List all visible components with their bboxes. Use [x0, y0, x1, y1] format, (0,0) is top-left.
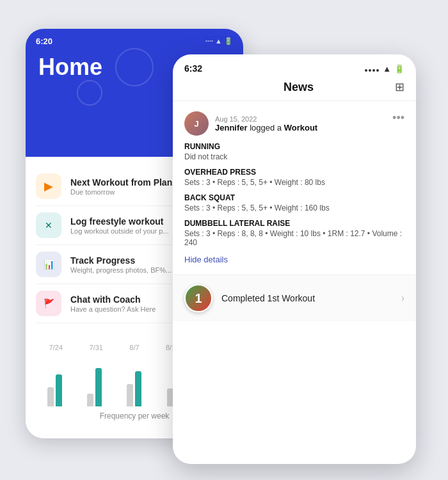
- chart-label-2: 8/7: [129, 344, 139, 351]
- bar-group-0: [47, 374, 62, 406]
- news-screen: 6:32 ▲ 🔋 News ⊞ J Aug 15, 2022: [173, 54, 416, 464]
- bar-group-1: [87, 368, 102, 406]
- exercise-name-overhead-press: OVERHEAD PRESS: [184, 168, 404, 177]
- chat-coach-icon: 🚩: [36, 291, 61, 316]
- news-post-username: Jennifer: [215, 123, 248, 132]
- deco-circle-2: [77, 80, 102, 106]
- achievement-item[interactable]: 1 Completed 1st Workout ›: [173, 275, 416, 321]
- filter-icon[interactable]: ⊞: [395, 80, 404, 94]
- bar-green-2: [135, 371, 141, 406]
- exercise-name-back-squat: BACK SQUAT: [184, 193, 404, 202]
- chevron-right-icon: ›: [401, 292, 404, 304]
- next-workout-icon: ▶: [36, 173, 61, 199]
- news-user-details: Aug 15, 2022 Jennifer logged a Workout: [215, 115, 317, 132]
- bar-gray-0: [47, 387, 54, 406]
- exercise-name-dumbbell-lateral-raise: DUMBBELL LATERAL RAISE: [184, 219, 404, 228]
- exercise-detail-running: Did not track: [184, 152, 404, 161]
- news-post-date: Aug 15, 2022: [215, 115, 317, 123]
- bar-green-0: [56, 374, 62, 406]
- exercise-name-running: RUNNING: [184, 142, 404, 151]
- bar-group-2: [127, 371, 141, 406]
- news-time: 6:32: [184, 63, 202, 74]
- exercise-detail-overhead-press: Sets : 3 • Reps : 5, 5, 5+ • Weight : 80…: [184, 178, 404, 187]
- deco-circle-1: [115, 48, 154, 86]
- news-post-header: J Aug 15, 2022 Jennifer logged a Workout…: [184, 111, 404, 136]
- achievement-text: Completed 1st Workout: [221, 293, 392, 303]
- news-title: News: [202, 81, 395, 94]
- news-status-bar: 6:32 ▲ 🔋: [173, 54, 416, 74]
- home-status-bar: 6:20 ···· ▲ 🔋: [26, 29, 243, 46]
- battery-icon: 🔋: [394, 64, 404, 74]
- news-post-action: Jennifer logged a Workout: [215, 123, 317, 132]
- bar-gray-2: [127, 384, 133, 406]
- home-time: 6:20: [36, 36, 52, 46]
- status-right-icons: ▲ 🔋: [364, 64, 404, 74]
- news-header: News ⊞: [173, 74, 416, 101]
- track-progress-icon: 📊: [36, 252, 61, 277]
- news-user-avatar: J: [184, 111, 209, 136]
- news-post-item: J Aug 15, 2022 Jennifer logged a Workout…: [173, 101, 416, 275]
- signal-dots-icon: [364, 64, 380, 74]
- exercise-detail-back-squat: Sets : 3 • Reps : 5, 5, 5+ • Weight : 16…: [184, 204, 404, 212]
- wifi-icon: ▲: [383, 64, 391, 74]
- chart-label-1: 7/31: [90, 344, 103, 351]
- news-user-info: J Aug 15, 2022 Jennifer logged a Workout: [184, 111, 317, 136]
- bar-green-1: [95, 368, 102, 406]
- news-feed: J Aug 15, 2022 Jennifer logged a Workout…: [173, 101, 416, 447]
- exercise-list: RUNNING Did not track OVERHEAD PRESS Set…: [184, 142, 404, 247]
- hide-details-button[interactable]: Hide details: [184, 255, 404, 264]
- exercise-detail-dumbbell-lateral-raise: Sets : 3 • Reps : 8, 8, 8 • Weight : 10 …: [184, 229, 404, 247]
- news-post-action-text: logged a Workout: [250, 123, 317, 132]
- achievement-badge-label: 1: [195, 291, 202, 306]
- achievement-badge: 1: [184, 284, 212, 312]
- more-options-button[interactable]: •••: [392, 111, 404, 125]
- bar-gray-1: [87, 394, 93, 406]
- chart-label-0: 7/24: [49, 344, 63, 351]
- log-freestyle-icon: ✕: [36, 212, 61, 238]
